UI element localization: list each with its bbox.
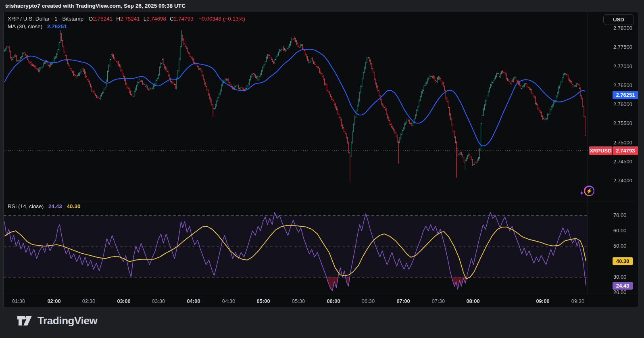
currency-toggle-button[interactable]: USD [603,14,634,25]
rsi-tick-label: 20.00 [613,289,627,295]
time-tick-label: 09:00 [536,298,549,304]
symbol-title[interactable]: XRP / U.S. Dollar · 1 · Bitstamp [8,16,83,22]
rsi-value: 24.43 [48,203,62,209]
time-axis-divider [4,294,638,294]
time-tick-label: 01:30 [12,298,25,304]
attribution-bar: trishacrypto7 created with TradingView.c… [0,0,644,12]
sparkle-icon: ✦ [579,190,584,197]
rsi-tick-label: 60.00 [613,227,627,234]
change-value: −0.00348 (−0.13%) [198,16,245,22]
time-tick-label: 09:30 [571,298,585,304]
time-tick-label: 08:00 [466,298,479,304]
price-tick-label: 2.77000 [613,63,632,69]
ma-value: 2.76251 [47,23,67,29]
ohlc-key: O [89,16,93,22]
ohlc-value: 2.74793 [174,16,194,22]
rsi-tick-label: 70.00 [613,212,627,218]
price-tick-label: 2.76000 [613,101,632,107]
time-tick-label: 05:30 [292,298,305,304]
rsi-value-label: 24.43 [613,282,633,290]
last-price-label: 2.74793 [613,146,638,155]
rsi-ma-value: 40.30 [67,203,81,209]
ohlc-key: C [170,16,174,22]
tradingview-snapshot-page: trishacrypto7 created with TradingView.c… [0,0,644,338]
price-tick-label: 2.77500 [613,44,632,50]
ohlc-key: H [116,16,120,22]
rsi-tick-label: 30.00 [613,274,627,280]
symbol-header: XRP / U.S. Dollar · 1 · Bitstamp O2.7524… [8,16,245,22]
ma-indicator-header[interactable]: MA (30, close) 2.76251 [8,23,67,29]
time-tick-label: 06:30 [362,298,375,304]
price-tick-label: 2.78000 [613,25,632,31]
tradingview-logo-icon [17,314,32,327]
rsi-label: RSI (14, close) [8,203,44,209]
time-tick-label: 07:00 [396,298,410,304]
price-tick-label: 2.76500 [613,82,632,88]
lightning-icon: ⚡ [584,186,594,196]
ohlc-value: 2.75241 [93,16,113,22]
price-tick-label: 2.75500 [613,120,632,126]
tradingview-logo-text: TradingView [38,315,97,327]
symbol-price-flag: XRPUSD [589,146,612,155]
time-tick-label: 03:00 [117,298,130,304]
time-tick-label: 02:00 [47,298,60,304]
time-tick-label: 04:00 [187,298,200,304]
ohlc-value: 2.75241 [120,16,140,22]
ohlc-value: 2.74698 [146,16,166,22]
price-tick-label: 2.74500 [613,159,632,165]
rsi-tick-label: 50.00 [613,243,627,249]
supercharge-badge-button[interactable]: ✦ ⚡ [579,185,595,198]
rsi-ma-label: 40.30 [613,257,633,265]
ohlc-values: O2.75241H2.75241L2.74698C2.74793 [85,16,194,22]
footer-bar: TradingView [0,307,644,338]
price-tick-label: 2.74000 [613,177,632,184]
time-tick-label: 02:30 [82,298,96,304]
pane-divider[interactable] [4,202,638,202]
attribution-text: trishacrypto7 created with TradingView.c… [5,0,185,12]
time-tick-label: 07:30 [432,298,445,304]
time-tick-label: 05:00 [256,298,270,304]
chart-widget: XRP / U.S. Dollar · 1 · Bitstamp O2.7524… [3,12,638,307]
time-tick-label: 06:00 [327,298,340,304]
price-tick-label: 2.75000 [613,140,632,146]
price-axis-divider [588,12,588,294]
time-tick-label: 04:30 [222,298,236,304]
chart-canvas[interactable] [4,12,638,307]
rsi-indicator-header[interactable]: RSI (14, close) 24.43 40.30 [8,203,80,209]
ma-label: MA (30, close) [8,23,42,29]
tradingview-logo[interactable]: TradingView [17,314,97,327]
ma-price-label: 2.76251 [613,91,638,99]
time-tick-label: 03:30 [152,298,165,304]
